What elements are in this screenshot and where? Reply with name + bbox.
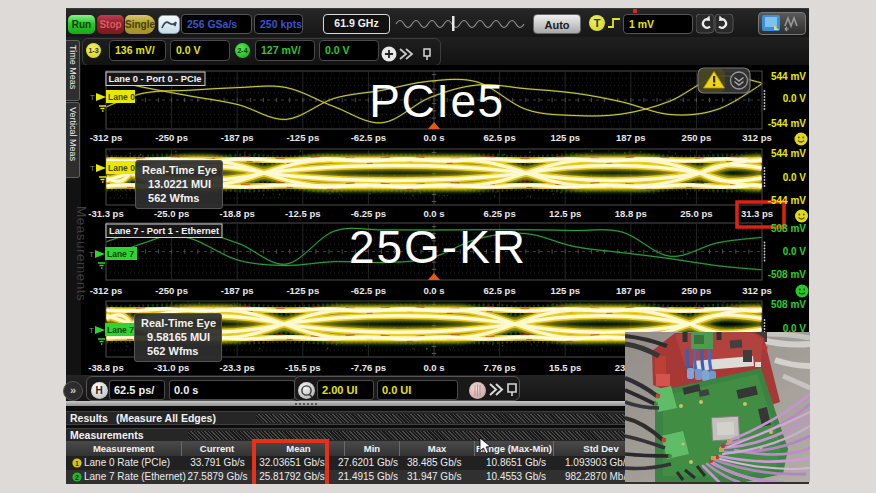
svg-text:2: 2 [75,474,79,481]
svg-text:0.0 s: 0.0 s [423,285,444,296]
svg-text:Lane 0: Lane 0 [108,92,135,102]
svg-text:-18.8 ps: -18.8 ps [220,208,255,219]
svg-text:-15.5 ps: -15.5 ps [285,362,320,373]
svg-text:Measurements: Measurements [74,206,89,301]
svg-text:Lane 7: Lane 7 [107,249,134,259]
svg-text:250 ps: 250 ps [682,132,712,143]
svg-text:125 ps: 125 ps [550,132,580,143]
svg-text:7.76 ps: 7.76 ps [483,362,515,373]
svg-text:0.0 s: 0.0 s [423,132,444,143]
svg-text:544 mV: 544 mV [771,148,806,159]
svg-text:6.25 ps: 6.25 ps [483,208,515,219]
svg-text:-6.25 ps: -6.25 ps [351,208,386,219]
svg-text:508 mV: 508 mV [771,299,806,310]
svg-text:T: T [89,326,94,335]
svg-text:-312 ps: -312 ps [90,132,123,143]
svg-text:-312 ps: -312 ps [90,285,123,296]
svg-text:31.3 ps: 31.3 ps [741,208,773,219]
svg-text:62.5 ps: 62.5 ps [483,285,515,296]
svg-text:PCIe5: PCIe5 [369,75,504,127]
svg-text:312 ps: 312 ps [742,132,772,143]
svg-text:508 mV: 508 mV [771,223,806,234]
svg-text:-544 mV: -544 mV [768,118,807,129]
svg-text:Lane 0 - Port 0 - PCIe: Lane 0 - Port 0 - PCIe [109,74,202,84]
svg-text:0.0 s: 0.0 s [423,362,444,373]
svg-text:1: 1 [75,460,79,467]
svg-text:-187 ps: -187 ps [221,285,254,296]
svg-text:250 ps: 250 ps [682,285,712,296]
svg-text:125 ps: 125 ps [550,285,580,296]
svg-text:-250 ps: -250 ps [155,285,188,296]
svg-text:-250 ps: -250 ps [155,132,188,143]
svg-text:-62.5 ps: -62.5 ps [351,285,386,296]
svg-text:544 mV: 544 mV [771,71,806,82]
svg-text:-12.5 ps: -12.5 ps [285,208,320,219]
svg-text:-62.5 ps: -62.5 ps [351,132,386,143]
svg-text:312 ps: 312 ps [742,285,772,296]
svg-text:187 ps: 187 ps [616,132,646,143]
svg-text:T: T [90,164,95,173]
svg-text:0.0 V: 0.0 V [783,172,807,183]
svg-text:-508 mV: -508 mV [768,269,807,280]
svg-text:T: T [90,93,95,102]
svg-text:0.0 V: 0.0 V [783,93,807,104]
svg-text:-38.8 ps: -38.8 ps [88,362,123,373]
svg-text:-125 ps: -125 ps [286,132,319,143]
svg-text:-31.3 ps: -31.3 ps [88,208,123,219]
svg-text:15.5 ps: 15.5 ps [549,362,581,373]
svg-text:12.5 ps: 12.5 ps [549,208,581,219]
svg-text:Lane 7: Lane 7 [107,325,134,335]
svg-text:-23.3 ps: -23.3 ps [220,362,255,373]
svg-text:62.5 ps: 62.5 ps [483,132,515,143]
svg-text:-25.0 ps: -25.0 ps [154,208,189,219]
svg-text:0.0 V: 0.0 V [783,246,807,257]
svg-text:-125 ps: -125 ps [286,285,319,296]
svg-text:0.0 s: 0.0 s [423,208,444,219]
svg-text:Lane 7 - Port 1 - Ethernet: Lane 7 - Port 1 - Ethernet [109,226,219,236]
svg-text:18.8 ps: 18.8 ps [615,208,647,219]
svg-text:25.0 ps: 25.0 ps [680,208,712,219]
svg-text:-544 mV: -544 mV [768,195,807,206]
svg-text:187 ps: 187 ps [616,285,646,296]
svg-text:-7.76 ps: -7.76 ps [351,362,386,373]
svg-text:25G-KR: 25G-KR [349,221,527,273]
svg-text:-187 ps: -187 ps [221,132,254,143]
svg-text:Lane 0: Lane 0 [108,163,135,173]
svg-text:-31.0 ps: -31.0 ps [154,362,189,373]
